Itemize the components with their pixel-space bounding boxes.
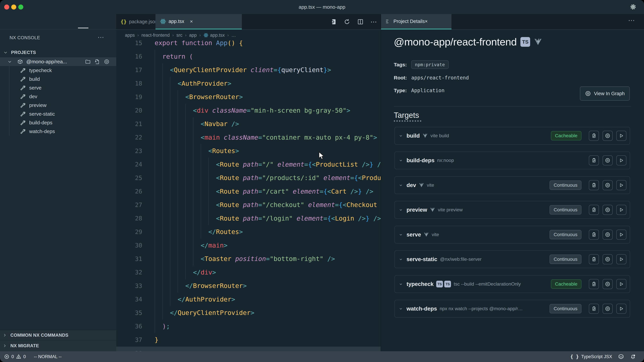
copy-icon[interactable]	[589, 230, 599, 240]
tab-project-details[interactable]: Project Details ×	[381, 14, 452, 29]
eye-icon[interactable]	[602, 254, 613, 264]
tree-item-build-deps[interactable]: build-deps	[0, 118, 116, 127]
copy-icon[interactable]	[589, 304, 599, 314]
play-icon[interactable]	[616, 230, 626, 240]
language-mode[interactable]: { } TypeScript JSX	[570, 354, 612, 360]
copy-icon[interactable]	[589, 131, 599, 141]
errors-count[interactable]: 0	[12, 354, 14, 359]
play-icon[interactable]	[616, 180, 626, 190]
target-card-build-deps[interactable]: build-depsnx:noop	[394, 151, 630, 169]
eye-icon[interactable]	[602, 279, 613, 289]
target-card-dev[interactable]: devviteContinuous	[394, 176, 630, 194]
code-line-38[interactable]: 38	[116, 347, 381, 352]
tree-item-project[interactable]: @mono-app/rea...	[0, 57, 116, 66]
code-line-24[interactable]: 24 <Route path="/" element={<ProductList…	[116, 158, 381, 171]
tree-item-serve-static[interactable]: serve-static	[0, 110, 116, 118]
tree-item-serve[interactable]: serve	[0, 83, 116, 92]
copy-icon[interactable]	[589, 180, 599, 190]
eye-icon[interactable]	[602, 180, 613, 190]
code-line-19[interactable]: 19 <BrowserRouter>	[116, 90, 381, 104]
warnings-icon[interactable]	[16, 354, 21, 359]
code-line-16[interactable]: 16 return (	[116, 50, 381, 63]
breadcrumb-item-reactfrontend[interactable]: react-frontend	[142, 33, 170, 38]
play-icon[interactable]	[616, 155, 626, 165]
refresh-icon[interactable]	[344, 18, 350, 25]
code-line-21[interactable]: 21 <Navbar />	[116, 117, 381, 131]
generate-file-icon[interactable]	[94, 59, 100, 64]
folder-icon[interactable]	[85, 59, 91, 64]
code-line-17[interactable]: 17 <QueryClientProvider client={queryCli…	[116, 63, 381, 77]
target-card-preview[interactable]: previewvite previewContinuous	[394, 201, 630, 219]
section-nx-migrate[interactable]: NX MIGRATE	[0, 341, 116, 351]
errors-icon[interactable]	[4, 354, 10, 359]
breadcrumb-item-[interactable]: …	[232, 33, 236, 38]
chevron-down-icon	[399, 158, 403, 162]
play-icon[interactable]	[616, 304, 626, 314]
code-line-23[interactable]: 23 <Routes>	[116, 144, 381, 158]
play-icon[interactable]	[616, 279, 626, 289]
code-line-31[interactable]: 31 <Toaster position="bottom-right" />	[116, 252, 381, 266]
copilot-icon[interactable]	[618, 354, 624, 360]
target-icon[interactable]	[104, 59, 110, 64]
eye-icon[interactable]	[602, 205, 613, 215]
play-icon[interactable]	[616, 254, 626, 264]
editor-action-gear-document-icon[interactable]	[330, 18, 337, 25]
code-line-20[interactable]: 20 <div className="min-h-screen bg-gray-…	[116, 104, 381, 117]
tree-item-dev[interactable]: dev	[0, 92, 116, 101]
tree-item-typecheck[interactable]: typecheck	[0, 66, 116, 75]
copy-icon[interactable]	[589, 254, 599, 264]
code-line-26[interactable]: 26 <Route path="/cart" element={<Cart />…	[116, 185, 381, 198]
code-line-29[interactable]: 29 </Routes>	[116, 225, 381, 239]
breadcrumb-item-app.tsx[interactable]: app.tsx	[204, 33, 225, 38]
tree-item-build[interactable]: build	[0, 75, 116, 83]
target-card-serve[interactable]: serveviteContinuous	[394, 226, 630, 244]
code-line-34[interactable]: 34 </AuthProvider>	[116, 293, 381, 306]
breadcrumb-item-app[interactable]: app	[189, 33, 197, 38]
indent-guide	[201, 185, 201, 198]
code-line-25[interactable]: 25 <Route path="/products/:id" element={…	[116, 171, 381, 185]
tab-package-json[interactable]: {} package.json	[116, 14, 156, 29]
eye-icon[interactable]	[602, 155, 613, 165]
play-icon[interactable]	[616, 131, 626, 141]
target-card-build[interactable]: buildvite buildCacheable	[394, 127, 630, 145]
split-editor-icon[interactable]	[357, 18, 364, 25]
code-line-27[interactable]: 27 <Route path="/checkout" element={<Che…	[116, 198, 381, 212]
target-card-typecheck[interactable]: typecheckTSTStsc --build --emitDeclarati…	[394, 275, 630, 293]
code-line-15[interactable]: 15export function App() {	[116, 40, 381, 50]
eye-icon[interactable]	[602, 230, 613, 240]
more-actions-icon[interactable]: ⋯	[370, 18, 377, 25]
code-line-22[interactable]: 22 <main className="container mx-auto px…	[116, 131, 381, 144]
section-projects[interactable]: PROJECTS	[0, 49, 116, 56]
copy-icon[interactable]	[589, 155, 599, 165]
sidebar-more-icon[interactable]: ⋯	[98, 33, 104, 41]
code-line-36[interactable]: 36 );	[116, 320, 381, 333]
tree-item-preview[interactable]: preview	[0, 101, 116, 110]
notifications-bell-icon[interactable]	[630, 354, 636, 360]
panel-more-icon[interactable]: ⋯	[628, 16, 635, 24]
code-line-18[interactable]: 18 <AuthProvider>	[116, 77, 381, 90]
breadcrumb-item-src[interactable]: src	[176, 33, 182, 38]
code-area[interactable]: 15export function App() {16 return (17 <…	[116, 40, 381, 351]
play-icon[interactable]	[616, 205, 626, 215]
eye-icon[interactable]	[602, 304, 613, 314]
view-in-graph-button[interactable]: View In Graph	[580, 86, 630, 100]
warnings-count[interactable]: 0	[23, 354, 26, 359]
tab-app-tsx[interactable]: app.tsx ×	[156, 14, 242, 29]
code-line-30[interactable]: 30 </main>	[116, 239, 381, 252]
code-line-32[interactable]: 32 </div>	[116, 266, 381, 279]
section-common-nx-commands[interactable]: COMMON NX COMMANDS	[0, 330, 116, 341]
code-line-28[interactable]: 28 <Route path="/login" element={<Login …	[116, 212, 381, 225]
copy-icon[interactable]	[589, 279, 599, 289]
close-panel-tab-icon[interactable]: ×	[425, 18, 428, 24]
target-card-serve-static[interactable]: serve-static@nx/web:file-serverContinuou…	[394, 250, 630, 268]
settings-gear-icon[interactable]	[629, 3, 637, 11]
close-tab-icon[interactable]: ×	[190, 18, 193, 24]
tree-item-watch-deps[interactable]: watch-deps	[0, 127, 116, 136]
code-line-33[interactable]: 33 </BrowserRouter>	[116, 279, 381, 293]
code-line-35[interactable]: 35 </QueryClientProvider>	[116, 306, 381, 320]
copy-icon[interactable]	[589, 205, 599, 215]
code-line-37[interactable]: 37}	[116, 333, 381, 347]
breadcrumb-item-apps[interactable]: apps	[125, 33, 135, 38]
eye-icon[interactable]	[602, 131, 613, 141]
target-card-watch-deps[interactable]: watch-depsnpx nx watch --projects @mono-…	[394, 300, 630, 318]
